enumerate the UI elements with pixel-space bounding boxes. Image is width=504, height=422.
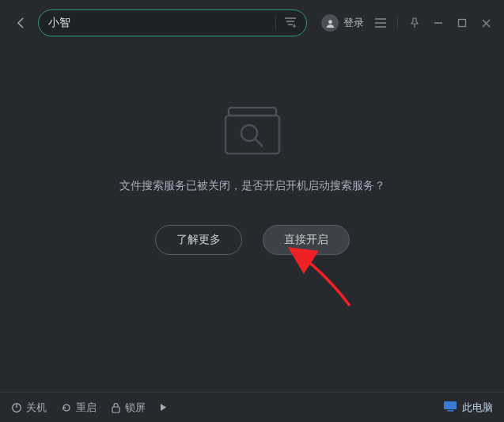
restart-button[interactable]: 重启 [61, 401, 97, 415]
back-button[interactable] [11, 13, 30, 32]
enable-now-button[interactable]: 直接开启 [263, 225, 350, 255]
computer-icon [443, 401, 457, 414]
maximize-icon[interactable] [455, 16, 469, 30]
svg-rect-8 [447, 410, 453, 412]
lock-button[interactable]: 锁屏 [111, 401, 146, 415]
svg-rect-6 [112, 407, 119, 412]
login-button[interactable]: 登录 [321, 14, 364, 32]
svg-rect-7 [444, 401, 457, 409]
lock-label: 锁屏 [125, 401, 146, 415]
search-input[interactable] [48, 17, 275, 29]
svg-rect-3 [225, 116, 279, 154]
pin-icon[interactable] [407, 16, 422, 30]
minimize-icon[interactable] [431, 16, 445, 30]
svg-rect-2 [229, 108, 276, 116]
empty-state-icon [221, 103, 284, 162]
shutdown-label: 关机 [26, 401, 47, 415]
this-pc-label: 此电脑 [462, 401, 493, 415]
login-label: 登录 [343, 16, 364, 30]
svg-rect-1 [459, 20, 466, 27]
divider [397, 17, 398, 29]
search-box[interactable] [38, 10, 307, 36]
svg-point-4 [241, 125, 257, 141]
empty-message: 文件搜索服务已被关闭，是否开启开机启动搜索服务？ [119, 179, 385, 193]
filter-icon[interactable] [284, 17, 297, 29]
menu-icon[interactable] [373, 16, 388, 30]
this-pc-button[interactable]: 此电脑 [443, 401, 493, 415]
main-content: 文件搜索服务已被关闭，是否开启开机启动搜索服务？ 了解更多 直接开启 [0, 48, 504, 390]
close-icon[interactable] [479, 16, 493, 30]
restart-label: 重启 [76, 401, 97, 415]
bottom-bar: 关机 重启 锁屏 此电脑 [0, 392, 504, 422]
svg-point-0 [328, 20, 332, 24]
avatar-icon [321, 14, 339, 32]
play-icon[interactable] [160, 403, 167, 412]
learn-more-button[interactable]: 了解更多 [155, 225, 242, 255]
shutdown-button[interactable]: 关机 [11, 401, 47, 415]
